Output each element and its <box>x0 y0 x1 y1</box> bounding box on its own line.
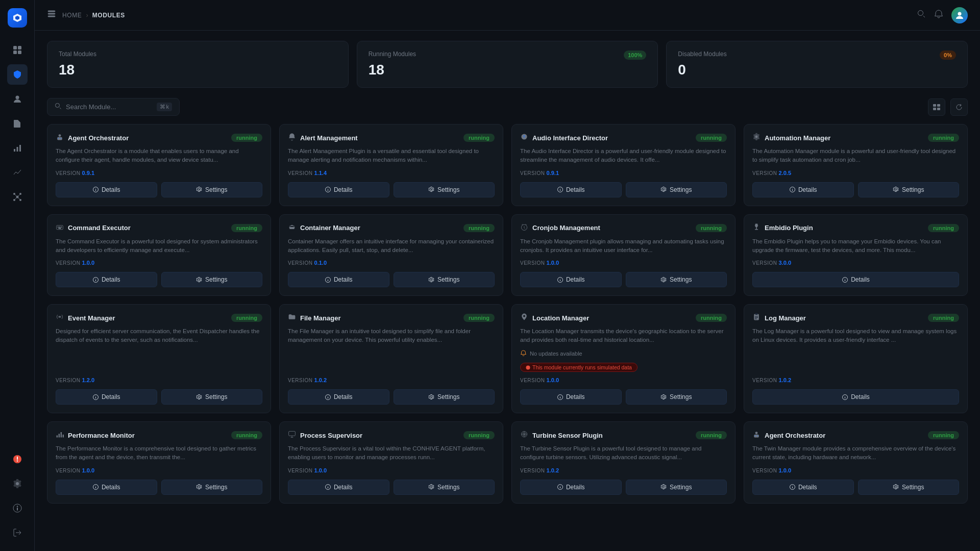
module-actions: Details Settings <box>288 480 495 495</box>
module-desc: The Cronjob Management plugin allows man… <box>520 237 727 255</box>
details-button[interactable]: Details <box>288 480 389 495</box>
svg-line-16 <box>18 198 19 199</box>
settings-button[interactable]: Settings <box>626 480 727 495</box>
details-button[interactable]: Details <box>288 272 389 287</box>
sidebar-item-analytics[interactable] <box>7 162 28 183</box>
settings-button[interactable]: Settings <box>626 389 727 405</box>
module-actions: Details Settings <box>56 182 262 197</box>
details-button[interactable]: Details <box>520 182 622 197</box>
details-button[interactable]: Details <box>56 480 157 495</box>
settings-button[interactable]: Settings <box>161 182 263 197</box>
svg-rect-0 <box>13 46 17 49</box>
search-icon[interactable] <box>917 9 926 21</box>
module-status-badge: running <box>231 314 262 322</box>
module-header: Alert Management running <box>288 133 495 143</box>
details-button[interactable]: Details <box>752 272 959 287</box>
settings-button[interactable]: Settings <box>394 389 495 405</box>
sidebar <box>0 0 35 551</box>
settings-button[interactable]: Settings <box>858 480 960 495</box>
module-actions: Details Settings <box>56 389 262 405</box>
settings-button[interactable]: Settings <box>394 182 495 197</box>
settings-button[interactable]: Settings <box>394 480 495 495</box>
settings-button[interactable]: Settings <box>394 272 495 287</box>
module-icon <box>520 313 528 323</box>
svg-rect-72 <box>754 314 759 320</box>
sidebar-item-settings[interactable] <box>7 473 28 494</box>
sidebar-item-dashboard[interactable] <box>7 40 28 60</box>
breadcrumb-home[interactable]: HOME <box>62 12 82 19</box>
module-title-group: Container Manager <box>288 223 360 233</box>
module-title-group: Cronjob Management <box>520 223 600 233</box>
svg-rect-29 <box>933 104 936 107</box>
svg-rect-75 <box>755 317 758 318</box>
settings-button[interactable]: Settings <box>626 182 727 197</box>
module-desc: The Command Executor is a powerful tool … <box>56 237 262 255</box>
module-icon <box>288 313 296 323</box>
module-header: Performance Monitor running <box>56 430 262 440</box>
sidebar-item-alerts[interactable] <box>7 449 28 469</box>
module-icon <box>752 223 761 233</box>
details-button[interactable]: Details <box>752 480 854 495</box>
sidebar-item-files[interactable] <box>7 113 28 134</box>
module-desc: The Alert Management Plugin is a versati… <box>288 147 495 165</box>
sidebar-item-logout[interactable] <box>7 522 28 543</box>
details-button[interactable]: Details <box>56 182 157 197</box>
module-desc: The Turbine Sensor Plugin is a powerful … <box>520 444 727 462</box>
module-actions: Details <box>752 272 959 287</box>
module-version: VERSION 0.1.0 <box>288 260 495 266</box>
settings-button[interactable]: Settings <box>626 272 727 287</box>
svg-rect-74 <box>755 316 758 316</box>
notification-bell-icon[interactable] <box>934 9 943 21</box>
sidebar-item-charts[interactable] <box>7 138 28 158</box>
module-card-container-manager: Container Manager running Container Mana… <box>279 214 503 296</box>
settings-button[interactable]: Settings <box>161 389 263 405</box>
stat-disabled-value: 0 <box>678 62 956 78</box>
module-header: File Manager running <box>288 313 495 323</box>
sidebar-item-integrations[interactable] <box>7 187 28 207</box>
details-button[interactable]: Details <box>288 182 389 197</box>
sidebar-logo[interactable] <box>8 8 27 28</box>
module-card-cronjob-management: Cronjob Management running The Cronjob M… <box>511 214 736 296</box>
details-button[interactable]: Details <box>520 480 622 495</box>
svg-point-83 <box>199 486 201 488</box>
module-status-badge: running <box>463 314 495 322</box>
details-button[interactable]: Details <box>288 389 389 405</box>
module-header: Agent Orchestrator running <box>56 133 262 143</box>
svg-rect-34 <box>57 137 62 140</box>
svg-rect-61 <box>757 225 758 226</box>
user-avatar[interactable] <box>951 7 968 23</box>
svg-point-94 <box>755 435 756 436</box>
view-toggle-button[interactable] <box>928 98 945 116</box>
settings-button[interactable]: Settings <box>161 272 263 287</box>
search-box[interactable]: Search Module... ⌘k <box>47 98 180 116</box>
details-button[interactable]: Details <box>520 389 622 405</box>
module-name: Cronjob Management <box>532 224 600 232</box>
settings-button[interactable]: Settings <box>161 480 263 495</box>
topbar: HOME › MODULES <box>35 0 980 31</box>
sidebar-item-users[interactable] <box>7 89 28 109</box>
refresh-button[interactable] <box>950 98 968 116</box>
svg-rect-24 <box>48 13 55 14</box>
settings-button[interactable]: Settings <box>858 182 960 197</box>
details-button[interactable]: Details <box>752 389 959 405</box>
module-actions: Details Settings <box>520 272 727 287</box>
details-button[interactable]: Details <box>752 182 854 197</box>
module-version: VERSION 1.1.4 <box>288 170 495 176</box>
details-button[interactable]: Details <box>520 272 622 287</box>
sidebar-item-info[interactable] <box>7 498 28 518</box>
module-status-badge: running <box>696 224 727 232</box>
module-title-group: Agent Orchestrator <box>56 133 129 143</box>
sidebar-item-modules[interactable] <box>7 64 28 85</box>
details-button[interactable]: Details <box>56 389 157 405</box>
module-card-performance-monitor: Performance Monitor running The Performa… <box>47 421 271 504</box>
svg-rect-1 <box>18 46 21 49</box>
module-status-badge: running <box>696 314 727 322</box>
module-actions: Details Settings <box>520 389 727 405</box>
svg-point-51 <box>199 279 201 281</box>
svg-point-40 <box>431 189 433 191</box>
module-header: Log Manager running <box>752 313 959 323</box>
menu-toggle-icon[interactable] <box>47 9 56 21</box>
module-name: Alert Management <box>300 134 358 142</box>
details-button[interactable]: Details <box>56 272 157 287</box>
module-version: VERSION 1.0.0 <box>520 260 727 266</box>
